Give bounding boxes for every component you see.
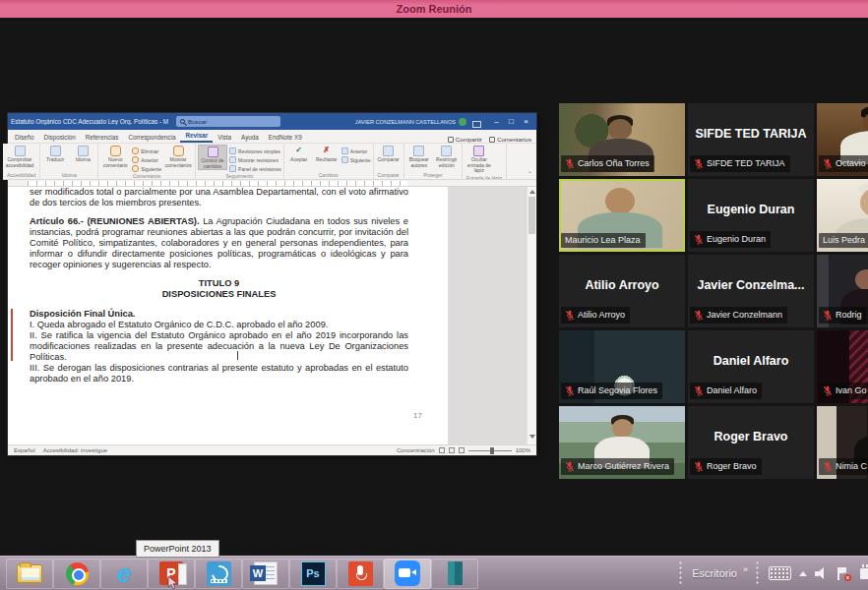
taskbar-file-explorer-button[interactable] [6,559,53,589]
scrollbar-thumb[interactable] [528,197,535,234]
tab-referencias[interactable]: Referencias [81,132,124,143]
participant-tile-mauricio-lea-plaza[interactable]: Mauricio Lea Plaza [559,179,685,252]
volume-icon[interactable] [815,567,829,579]
reviewing-pane-button[interactable]: Panel de revisiones [229,165,281,172]
taskbar-voice-recorder-button[interactable] [337,559,384,589]
zoom-meeting-title-bar[interactable]: Zoom Reunión [0,0,868,18]
paragraph: ser modificados total o parcialmente por… [30,187,408,208]
video-converter-icon [207,561,231,586]
word-title-bar[interactable]: Estatuto Orgánico CDC Adecuado Ley Org. … [8,113,536,130]
compare-button[interactable]: Comparar [376,145,402,163]
power-plug-icon[interactable] [857,566,868,580]
check-accessibility-button[interactable]: Comprobar accesibilidad [5,145,34,168]
simple-markup-dropdown[interactable]: Revisiones simples [229,148,281,154]
taskbar-reader-app-button[interactable] [431,559,478,589]
participant-tile-raul-segovia-flores[interactable]: Raúl Segovia Flores [559,330,685,403]
participant-nameplate: Ivan Go [819,383,868,399]
hide-ink-button[interactable]: Ocultar entrada de lápiz [465,145,494,174]
taskbar-word-button[interactable]: W [242,559,289,589]
taskbar-photoshop-button[interactable]: Ps [289,559,337,589]
tab-vista[interactable]: Vista [213,132,236,143]
page-footer-number: 17 [413,411,422,420]
participant-tile-rodrig[interactable]: Rodrig [817,255,868,327]
action-center-flag-icon[interactable]: x [837,567,849,580]
zoom-meeting-title: Zoom Reunión [397,3,472,15]
participant-tile-daniel-alfaro[interactable]: Daniel Alfaro Daniel Alfaro [688,330,814,403]
zoom-level[interactable]: 100% [516,447,530,453]
muted-mic-icon [823,310,833,321]
show-comments-icon [173,146,184,156]
tab-correspondencia[interactable]: Correspondencia [123,132,180,143]
previous-comment-button[interactable]: Anterior [132,156,161,163]
delete-comment-button[interactable]: Eliminar [132,148,161,154]
toolbar-grip[interactable] [756,561,761,585]
participant-tile-octavio[interactable]: Octavio [817,103,868,176]
taskbar-video-converter-button[interactable] [195,559,242,589]
comments-button[interactable]: Comentarios [489,136,531,143]
participant-grid: Carlos Oña Torres SIFDE TED TARIJA SIFDE… [559,103,868,479]
web-layout-icon[interactable] [459,447,465,453]
scroll-up-icon[interactable] [529,190,535,194]
desktop-toolbar-label[interactable]: Escritorio [692,567,737,579]
show-comments-button[interactable]: Mostrar comentarios [163,145,193,168]
participant-tile-eugenio-duran[interactable]: Eugenio Duran Eugenio Duran [688,179,814,252]
participant-tile-ivan-go[interactable]: Ivan Go [817,330,868,403]
ribbon: Comprobar accesibilidad Accesibilidad Tr… [3,144,536,180]
participant-nameplate: Raúl Segovia Flores [561,383,662,399]
status-focus[interactable]: Concentración [397,447,435,453]
vertical-scrollbar[interactable] [527,187,536,444]
previous-change-button[interactable]: Anterior [341,148,371,154]
show-markup-dropdown[interactable]: Mostrar revisiones [229,156,281,163]
taskbar-chrome-button[interactable] [53,559,100,589]
tray-expand-icon[interactable] [799,571,807,576]
participant-tile-javier-conzelmann[interactable]: Javier Conzelma... Javier Conzelmann [688,255,814,327]
search-box[interactable]: Buscar [176,116,280,127]
print-layout-icon[interactable] [449,447,455,453]
status-accessibility[interactable]: Accesibilidad: investigue [43,447,107,453]
accept-change-button[interactable]: ✓ Aceptar [286,145,312,163]
horizontal-ruler[interactable] [8,180,536,187]
ribbon-display-options-icon[interactable] [472,121,481,128]
account-avatar[interactable] [459,118,466,126]
participant-tile-carlos-ona-torres[interactable]: Carlos Oña Torres [559,103,685,176]
toolbar-overflow-chevron[interactable]: » [743,564,748,574]
reject-change-button[interactable]: ✗ Rechazar [314,145,340,163]
share-button[interactable]: Compartir [448,136,482,143]
tab-diseno[interactable]: Diseño [10,132,39,143]
next-change-button[interactable]: Siguiente [341,156,371,163]
translate-button[interactable]: Traducir [42,145,68,163]
status-language[interactable]: Español [14,447,35,453]
tab-revisar[interactable]: Revisar [180,130,213,143]
participant-tile-roger-bravo[interactable]: Roger Bravo Roger Bravo [688,406,814,479]
ribbon-group-comentarios: Nuevo comentario Eliminar Anterior Sigui… [98,144,196,179]
participant-tile-luis-pedra[interactable]: Luis Pedra [817,179,868,252]
participant-tile-nimia[interactable]: Nimia C [817,406,868,479]
word-icon: W [254,561,278,585]
participant-nameplate: Daniel Alfaro [690,383,762,399]
tab-ayuda[interactable]: Ayuda [236,132,264,143]
taskbar-internet-explorer-button[interactable]: e [100,559,148,589]
collapse-ribbon-icon[interactable]: ⌃ [524,170,536,179]
participant-tile-atilio-arroyo[interactable]: Atilio Arroyo Atilio Arroyo [559,255,685,327]
minimize-button[interactable]: – [489,113,504,130]
touch-keyboard-icon[interactable] [769,566,791,580]
close-button[interactable]: × [519,113,533,130]
zoom-slider[interactable] [468,450,512,451]
document-page[interactable]: ser modificados total o parcialmente por… [8,187,448,444]
new-comment-button[interactable]: Nuevo comentario [100,145,130,168]
participant-tile-sifde-ted-tarija[interactable]: SIFDE TED TARIJA SIFDE TED TARIJA [688,103,814,176]
participant-tile-marco-gutierrez-rivera[interactable]: Marco Gutiérrez Rivera [559,406,685,479]
language-button[interactable]: Idioma [70,145,95,163]
account-name[interactable]: JAVIER CONZELMANN CASTELLANOS [355,119,456,125]
taskbar-zoom-button[interactable] [384,559,431,589]
toolbar-grip[interactable] [679,561,684,585]
scroll-down-icon[interactable] [529,435,535,439]
track-changes-button[interactable]: Control de cambios [198,145,227,170]
tab-endnote[interactable]: EndNote X9 [264,132,307,143]
maximize-button[interactable]: □ [504,113,519,130]
block-authors-button[interactable]: Bloquear autores [406,145,432,168]
restrict-editing-button[interactable]: Restringir edición [434,145,460,168]
read-mode-icon[interactable] [439,447,445,453]
next-comment-button[interactable]: Siguiente [132,165,161,172]
tab-disposicion[interactable]: Disposición [39,132,81,143]
